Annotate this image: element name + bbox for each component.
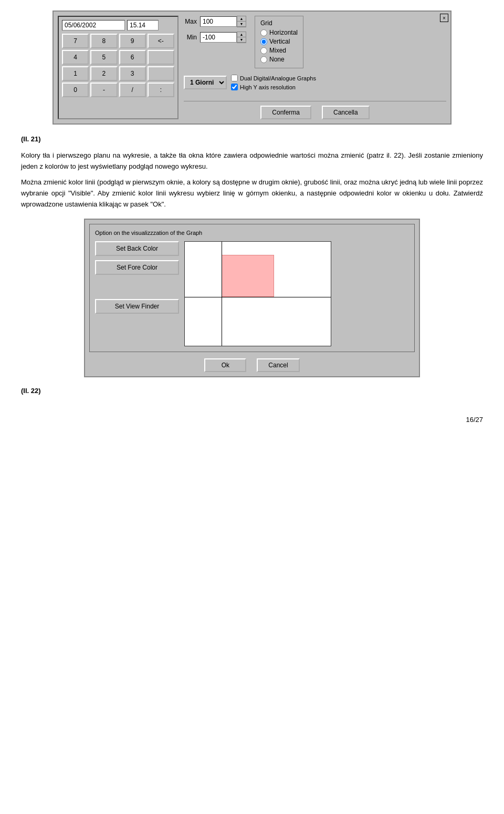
dialog2-inner: Set Back Color Set Fore Color Set View F… (95, 241, 409, 346)
conferma-button[interactable]: Conferma (260, 106, 311, 119)
para1-prefix: (II. 21) (21, 135, 41, 143)
dialog2-group: Option on the visualizzzation of the Gra… (89, 224, 415, 352)
dialog2-group-title: Option on the visualizzzation of the Gra… (95, 230, 409, 236)
dialog1-bottom-buttons: Conferma Cancella (184, 101, 446, 119)
numpad-colon[interactable]: : (148, 83, 174, 97)
min-down-btn[interactable]: ▼ (237, 37, 246, 43)
numpad-empty1 (148, 50, 174, 65)
chart-h-axis (185, 297, 331, 297)
max-min-controls: Max ▲ ▼ Min (184, 16, 246, 68)
ok-button[interactable]: Ok (204, 358, 246, 372)
numpad-4[interactable]: 4 (62, 50, 89, 65)
time-field[interactable] (127, 20, 159, 30)
numpad-2[interactable]: 2 (90, 66, 117, 81)
page-number: 16/27 (21, 416, 483, 424)
grid-horizontal-radio[interactable] (260, 29, 267, 36)
date-field[interactable] (62, 20, 125, 30)
chart-pink-rect (222, 255, 274, 297)
numpad-9[interactable]: 9 (119, 34, 146, 48)
caption2: (II. 22) (21, 387, 483, 395)
numpad-5[interactable]: 5 (90, 50, 117, 65)
grid-mixed-label: Mixed (269, 47, 286, 54)
grid-none-label: None (269, 56, 285, 63)
high-y-axis-checkbox[interactable] (231, 84, 238, 90)
min-up-btn[interactable]: ▲ (237, 32, 246, 37)
cancella-button[interactable]: Cancella (322, 106, 370, 119)
max-down-btn[interactable]: ▼ (237, 22, 246, 27)
dual-digital-label: Dual Digital/Analogue Graphs (240, 75, 316, 81)
dual-digital-checkbox[interactable] (231, 75, 238, 81)
numpad-grid: 7 8 9 <- 4 5 6 1 2 3 0 - / : (62, 34, 174, 97)
grid-title: Grid (260, 19, 298, 27)
numpad-8[interactable]: 8 (90, 34, 117, 48)
text-content: (II. 21) Kolory tła i pierwszego planu n… (21, 134, 483, 210)
dialog2-container: Option on the visualizzzation of the Gra… (84, 219, 420, 377)
grid-mixed-radio[interactable] (260, 47, 267, 54)
right-section: Max ▲ ▼ Min (184, 16, 446, 119)
numpad-1[interactable]: 1 (62, 66, 89, 81)
min-input[interactable] (200, 32, 237, 43)
grid-horizontal-label: Horizontal (269, 29, 298, 36)
dialog1-container: × 7 8 9 <- 4 5 6 1 2 3 0 - (52, 11, 452, 125)
close-button[interactable]: × (440, 14, 448, 22)
max-up-btn[interactable]: ▲ (237, 16, 246, 22)
grid-section: Grid Horizontal Vertical Mixed (255, 16, 303, 68)
set-fore-color-button[interactable]: Set Fore Color (95, 260, 179, 275)
set-back-color-button[interactable]: Set Back Color (95, 241, 179, 256)
numpad-0[interactable]: 0 (62, 83, 89, 97)
paragraph1: Kolory tła i pierwszego planu na wykresi… (21, 150, 483, 172)
numpad-7[interactable]: 7 (62, 34, 89, 48)
cancel-button[interactable]: Cancel (257, 358, 299, 372)
numpad-section: 7 8 9 <- 4 5 6 1 2 3 0 - / : (58, 16, 178, 119)
numpad-empty2 (148, 66, 174, 81)
dropdown-section: 1 Giorni Dual Digital/Analogue Graphs Hi… (184, 75, 446, 90)
max-input[interactable] (200, 16, 237, 27)
numpad-6[interactable]: 6 (119, 50, 146, 65)
set-view-finder-button[interactable]: Set View Finder (95, 299, 179, 314)
paragraph2: Można zmienić kolor linii (podgląd w pie… (21, 177, 483, 210)
numpad-3[interactable]: 3 (119, 66, 146, 81)
grid-none-radio[interactable] (260, 56, 267, 63)
numpad-slash[interactable]: / (119, 83, 146, 97)
min-label: Min (184, 34, 197, 41)
dialog2-left-buttons: Set Back Color Set Fore Color Set View F… (95, 241, 179, 346)
grid-vertical-label: Vertical (269, 38, 290, 45)
numpad-minus[interactable]: - (90, 83, 117, 97)
max-label: Max (184, 18, 197, 25)
numpad-backspace[interactable]: <- (148, 34, 174, 48)
giorni-dropdown[interactable]: 1 Giorni (184, 76, 227, 89)
high-y-axis-label: High Y axis resolution (240, 84, 296, 90)
grid-vertical-radio[interactable] (260, 38, 267, 45)
chart-v-axis (222, 242, 222, 346)
chart-preview (184, 241, 331, 346)
checkbox-section: Dual Digital/Analogue Graphs High Y axis… (231, 75, 316, 90)
dialog2-bottom-buttons: Ok Cancel (89, 358, 415, 372)
